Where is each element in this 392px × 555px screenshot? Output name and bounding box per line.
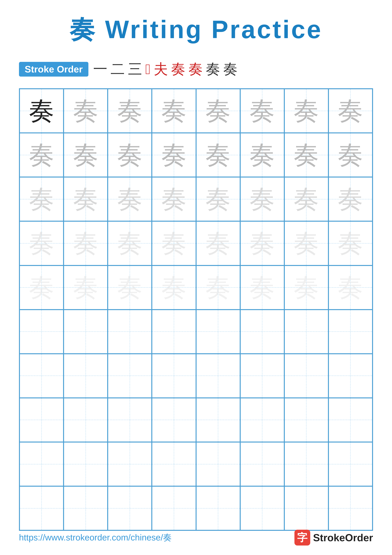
- practice-char: 奏: [73, 231, 98, 256]
- footer-url: https://www.strokeorder.com/chinese/奏: [19, 532, 172, 543]
- practice-char: 奏: [249, 231, 275, 256]
- grid-row: 奏 奏 奏 奏 奏 奏 奏 奏: [20, 177, 372, 221]
- grid-cell: [240, 310, 284, 354]
- practice-char: 奏: [73, 142, 98, 168]
- grid-cell: [20, 398, 64, 442]
- grid-cell: [20, 354, 64, 398]
- practice-char: 奏: [205, 187, 231, 212]
- practice-char: 奏: [161, 98, 187, 124]
- practice-char: 奏: [73, 98, 98, 124]
- grid-cell: 奏: [328, 133, 372, 177]
- practice-char: 奏: [338, 98, 363, 124]
- grid-cell: [284, 354, 328, 398]
- practice-char: 奏: [29, 98, 54, 124]
- practice-char: 奏: [161, 187, 187, 212]
- grid-cell: 奏: [196, 177, 240, 221]
- practice-char: 奏: [249, 187, 275, 212]
- footer: https://www.strokeorder.com/chinese/奏 字 …: [19, 530, 373, 546]
- stroke-4: 𠃊: [145, 61, 150, 77]
- grid-cell: [196, 442, 240, 486]
- grid-cell: [108, 398, 152, 442]
- grid-cell: 奏: [64, 133, 108, 177]
- practice-char: 奏: [117, 187, 143, 212]
- title-rest: Writing Practice: [96, 15, 323, 44]
- stroke-9: 奏: [223, 59, 237, 79]
- grid-cell: [152, 354, 196, 398]
- grid-cell: [240, 398, 284, 442]
- stroke-6: 奏: [171, 59, 185, 79]
- stroke-order-badge: Stroke Order: [19, 62, 88, 77]
- stroke-2: 二: [111, 59, 125, 79]
- grid-cell: 奏: [284, 221, 328, 265]
- logo-name: StrokeOrder: [313, 532, 373, 544]
- grid-row: 奏 奏 奏 奏 奏 奏 奏 奏: [20, 89, 372, 133]
- practice-char: 奏: [29, 142, 54, 168]
- grid-cell: 奏: [328, 265, 372, 310]
- grid-cell: [196, 486, 240, 530]
- grid-cell: 奏: [152, 133, 196, 177]
- grid-cell: [328, 310, 372, 354]
- grid-cell: [152, 486, 196, 530]
- grid-cell: 奏: [328, 221, 372, 265]
- stroke-sequence: 一 二 三 𠃊 夫 奏 奏 奏 奏: [93, 59, 237, 79]
- grid-cell: 奏: [64, 221, 108, 265]
- stroke-1: 一: [93, 59, 107, 79]
- grid-cell: 奏: [108, 89, 152, 133]
- grid-cell: 奏: [108, 221, 152, 265]
- grid-cell: [284, 310, 328, 354]
- grid-row: [20, 398, 372, 442]
- grid-cell: 奏: [196, 133, 240, 177]
- practice-char: 奏: [249, 275, 275, 300]
- grid-row: [20, 486, 372, 530]
- grid-cell: [20, 442, 64, 486]
- grid-cell: 奏: [240, 265, 284, 310]
- grid-cell: [108, 354, 152, 398]
- logo-icon-char: 字: [297, 531, 307, 545]
- practice-char: 奏: [161, 275, 187, 300]
- practice-char: 奏: [205, 98, 231, 124]
- practice-char: 奏: [117, 142, 143, 168]
- practice-char: 奏: [73, 275, 98, 300]
- grid-cell: [328, 398, 372, 442]
- practice-char: 奏: [338, 275, 363, 300]
- grid-cell: 奏: [328, 89, 372, 133]
- grid-cell: 奏: [284, 133, 328, 177]
- grid-cell: [196, 398, 240, 442]
- grid-cell: 奏: [20, 89, 64, 133]
- grid-row: [20, 442, 372, 486]
- practice-char: 奏: [205, 231, 231, 256]
- grid-cell: [152, 442, 196, 486]
- logo-icon: 字: [294, 530, 310, 546]
- grid-cell: 奏: [152, 265, 196, 310]
- grid-cell: [328, 354, 372, 398]
- practice-char: 奏: [205, 142, 231, 168]
- practice-char: 奏: [294, 231, 319, 256]
- stroke-3: 三: [128, 59, 142, 79]
- practice-char: 奏: [29, 187, 54, 212]
- grid-cell: 奏: [20, 133, 64, 177]
- grid-cell: [108, 486, 152, 530]
- grid-cell: 奏: [152, 221, 196, 265]
- grid-cell: [284, 486, 328, 530]
- grid-cell: 奏: [152, 89, 196, 133]
- stroke-8: 奏: [206, 59, 220, 79]
- grid-cell: [64, 486, 108, 530]
- grid-cell: 奏: [284, 177, 328, 221]
- practice-char: 奏: [161, 231, 187, 256]
- grid-cell: [196, 310, 240, 354]
- grid-row: 奏 奏 奏 奏 奏 奏 奏 奏: [20, 133, 372, 177]
- practice-char: 奏: [161, 142, 187, 168]
- practice-char: 奏: [205, 275, 231, 300]
- practice-char: 奏: [117, 98, 143, 124]
- practice-char: 奏: [294, 142, 319, 168]
- practice-char: 奏: [294, 98, 319, 124]
- grid-cell: [240, 442, 284, 486]
- grid-row: [20, 354, 372, 398]
- grid-cell: 奏: [240, 177, 284, 221]
- grid-cell: 奏: [64, 89, 108, 133]
- grid-cell: 奏: [240, 89, 284, 133]
- title-char: 奏: [70, 15, 96, 44]
- practice-char: 奏: [29, 275, 54, 300]
- grid-cell: [328, 486, 372, 530]
- grid-cell: 奏: [108, 177, 152, 221]
